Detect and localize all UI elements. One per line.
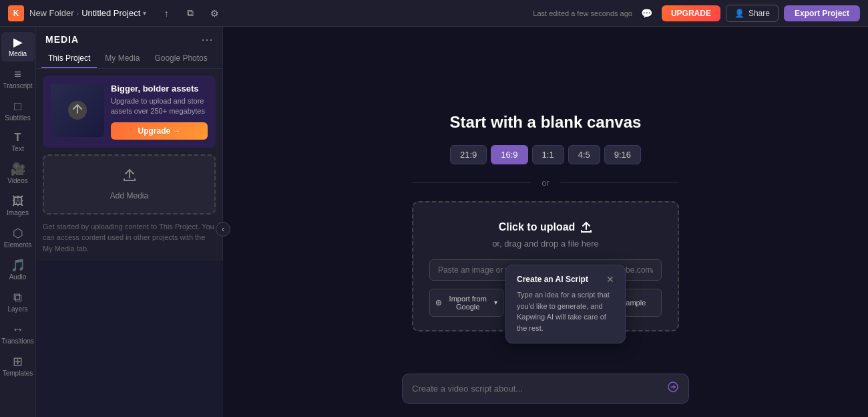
sidebar-label-text: Text xyxy=(11,145,23,152)
sidebar-item-templates[interactable]: ⊞ Templates xyxy=(1,352,35,381)
ai-tooltip-title: Create an AI Script xyxy=(517,275,588,284)
sidebar-label-transitions: Transitions xyxy=(1,337,34,345)
sidebar-label-audio: Audio xyxy=(9,273,27,281)
canvas-title: Start with a blank canvas xyxy=(450,113,642,132)
sidebar-label-videos: Videos xyxy=(7,177,27,184)
sidebar-item-elements[interactable]: ⬡ Elements xyxy=(1,223,35,253)
ai-script-send-button[interactable] xyxy=(667,381,679,396)
elements-icon: ⬡ xyxy=(13,227,23,239)
sidebar-label-images: Images xyxy=(7,209,29,217)
audio-icon: 🎵 xyxy=(11,259,25,271)
tab-this-project[interactable]: This Project xyxy=(41,49,97,68)
ai-tooltip-header: Create an AI Script ✕ xyxy=(517,275,614,284)
settings-btn[interactable]: ⚙ xyxy=(205,4,224,23)
upload-icon xyxy=(122,168,137,186)
comment-btn[interactable]: 💬 xyxy=(638,4,656,23)
ai-tooltip-body: Type an idea for a script that you'd lik… xyxy=(517,289,614,333)
export-button[interactable]: Export Project xyxy=(784,5,860,21)
or-divider: or xyxy=(541,178,550,188)
sidebar-item-videos[interactable]: 🎥 Videos xyxy=(1,159,35,188)
share-icon: 👤 xyxy=(734,9,744,18)
media-panel-header: MEDIA ⋯ xyxy=(36,27,222,49)
sidebar-label-templates: Templates xyxy=(3,370,33,377)
chevron-down-icon: ▾ xyxy=(143,9,146,17)
subtitles-icon: □ xyxy=(14,100,21,112)
more-options-button[interactable]: ⋯ xyxy=(201,33,213,45)
chevron-google-icon: ▾ xyxy=(494,299,497,306)
upgrade-banner-description: Upgrade to upload and store assets over … xyxy=(111,96,208,117)
images-icon: 🖼 xyxy=(12,195,24,207)
top-bar: K New Folder › Untitled Project ▾ ↑ ⧉ ⚙ … xyxy=(0,0,868,27)
upgrade-banner: Bigger, bolder assets Upgrade to upload … xyxy=(43,76,216,148)
media-help-text: Get started by uploading content to This… xyxy=(43,221,216,255)
sidebar-label-transcript: Transcript xyxy=(3,82,32,90)
media-panel-wrapper: MEDIA ⋯ This Project My Media Google Pho… xyxy=(36,27,223,417)
save-status: Last edited a few seconds ago xyxy=(533,9,632,17)
ai-script-tooltip: Create an AI Script ✕ Type an idea for a… xyxy=(505,265,626,343)
sidebar-item-audio[interactable]: 🎵 Audio xyxy=(1,255,35,285)
layers-icon: ⧉ xyxy=(13,291,22,303)
aspect-ratio-selector: 21:9 16:9 1:1 4:5 9:16 xyxy=(450,145,641,164)
media-panel-title: MEDIA xyxy=(45,34,79,45)
transcript-icon: ≡ xyxy=(14,68,21,80)
duplicate-btn[interactable]: ⧉ xyxy=(181,4,200,23)
ai-script-input[interactable] xyxy=(412,384,660,394)
sidebar-item-layers[interactable]: ⧉ Layers xyxy=(1,287,35,317)
text-icon: T xyxy=(15,132,21,143)
ratio-9-16[interactable]: 9:16 xyxy=(604,145,641,164)
upload-title: Click to upload xyxy=(499,221,593,233)
ai-script-bar xyxy=(402,374,689,404)
collapse-panel-button[interactable]: ‹ xyxy=(216,222,230,237)
sidebar: ▶ Media ≡ Transcript □ Subtitles T Text … xyxy=(0,27,36,417)
upgrade-button[interactable]: UPGRADE xyxy=(662,5,720,21)
videos-icon: 🎥 xyxy=(11,163,25,175)
main-layout: ▶ Media ≡ Transcript □ Subtitles T Text … xyxy=(0,27,868,417)
breadcrumb-folder[interactable]: New Folder xyxy=(29,8,73,18)
add-media-area[interactable]: Add Media xyxy=(43,154,216,215)
app-logo: K xyxy=(8,5,24,21)
breadcrumb: New Folder › Untitled Project ▾ xyxy=(29,8,146,18)
sidebar-item-subtitles[interactable]: □ Subtitles xyxy=(1,96,35,126)
share-icon-btn[interactable]: ↑ xyxy=(157,4,176,23)
sidebar-item-media[interactable]: ▶ Media xyxy=(1,32,35,61)
add-media-label: Add Media xyxy=(110,191,148,200)
breadcrumb-separator: › xyxy=(76,9,79,17)
sidebar-label-elements: Elements xyxy=(4,241,32,249)
media-panel-tabs: This Project My Media Google Photos xyxy=(36,49,222,69)
upgrade-banner-text: Bigger, bolder assets Upgrade to upload … xyxy=(111,84,208,140)
upload-subtitle: or, drag and drop a file here xyxy=(492,239,599,249)
upgrade-banner-button[interactable]: Upgrade → xyxy=(111,122,208,140)
upgrade-banner-title: Bigger, bolder assets xyxy=(111,84,208,94)
transitions-icon: ↔ xyxy=(12,323,24,335)
sidebar-item-transitions[interactable]: ↔ Transitions xyxy=(1,319,35,349)
import-google-button[interactable]: Import from Google ▾ xyxy=(429,289,503,317)
templates-icon: ⊞ xyxy=(13,356,23,368)
sidebar-label-layers: Layers xyxy=(7,305,27,313)
sidebar-item-images[interactable]: 🖼 Images xyxy=(1,191,35,221)
sidebar-label-subtitles: Subtitles xyxy=(5,114,30,122)
sidebar-item-transcript[interactable]: ≡ Transcript xyxy=(1,64,35,94)
media-panel: MEDIA ⋯ This Project My Media Google Pho… xyxy=(36,27,223,261)
upgrade-banner-thumbnail xyxy=(51,84,104,137)
media-icon: ▶ xyxy=(13,36,23,48)
ratio-16-9[interactable]: 16:9 xyxy=(491,145,527,164)
media-panel-content: Bigger, bolder assets Upgrade to upload … xyxy=(36,69,222,261)
ratio-21-9[interactable]: 21:9 xyxy=(450,145,487,164)
ai-tooltip-close-button[interactable]: ✕ xyxy=(606,275,614,284)
ratio-1-1[interactable]: 1:1 xyxy=(532,145,564,164)
ratio-4-5[interactable]: 4:5 xyxy=(568,145,600,164)
tab-google-photos[interactable]: Google Photos xyxy=(148,49,214,68)
share-button[interactable]: 👤 Share xyxy=(726,5,779,22)
breadcrumb-project[interactable]: Untitled Project ▾ xyxy=(81,8,146,18)
canvas-area: Start with a blank canvas 21:9 16:9 1:1 … xyxy=(223,27,868,417)
sidebar-item-text[interactable]: T Text xyxy=(1,128,35,156)
sidebar-label-media: Media xyxy=(9,50,27,57)
tab-my-media[interactable]: My Media xyxy=(98,49,146,68)
